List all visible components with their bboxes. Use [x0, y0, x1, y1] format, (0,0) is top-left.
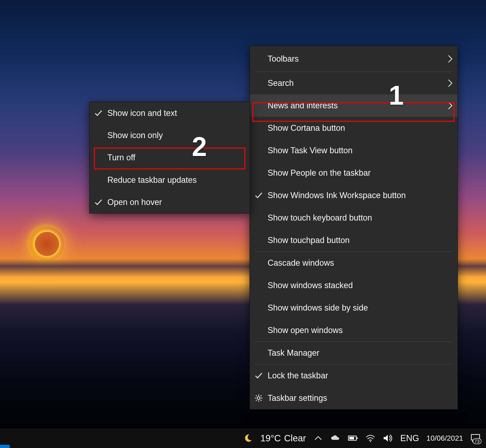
svg-rect-10: [357, 437, 358, 439]
menu-label: Toolbars: [268, 54, 451, 64]
menu-item-toolbars[interactable]: Toolbars: [250, 46, 458, 72]
menu-item-cortana[interactable]: Show Cortana button: [250, 117, 458, 139]
battery-icon[interactable]: [348, 433, 358, 443]
menu-item-taskmgr[interactable]: Task Manager: [250, 342, 458, 364]
start-button-hint[interactable]: [0, 445, 10, 448]
system-tray: 19°C Clear ENG 10/06/2021 73: [243, 428, 486, 448]
weather-condition: Clear: [284, 433, 306, 443]
menu-label: Show People on the taskbar: [268, 168, 451, 178]
menu-item-taskview[interactable]: Show Task View button: [250, 139, 458, 162]
gear-icon: [254, 393, 264, 403]
menu-label: News and interests: [268, 101, 451, 110]
menu-label: Show open windows: [268, 326, 451, 335]
chevron-right-icon: [448, 55, 453, 63]
svg-rect-11: [349, 437, 354, 439]
language-indicator[interactable]: ENG: [400, 433, 419, 443]
annotation-number-1: 1: [389, 80, 404, 111]
menu-label: Show touchpad button: [268, 235, 451, 245]
taskbar-date[interactable]: 10/06/2021: [426, 434, 463, 442]
check-icon: [94, 108, 103, 118]
menu-label: Open on hover: [107, 197, 243, 207]
menu-label: Show windows side by side: [268, 303, 451, 313]
menu-label: Search: [268, 78, 451, 88]
chevron-right-icon: [448, 102, 453, 110]
check-icon: [254, 191, 264, 200]
check-icon: [254, 371, 264, 380]
submenu-item-reduce-updates[interactable]: Reduce taskbar updates: [89, 169, 250, 191]
tray-chevron-up-icon[interactable]: [313, 433, 323, 443]
weather-temperature: 19°C: [260, 433, 281, 443]
menu-label: Task Manager: [268, 348, 451, 358]
taskbar[interactable]: 19°C Clear ENG 10/06/2021 73: [0, 428, 486, 448]
submenu-item-open-hover[interactable]: Open on hover: [89, 191, 250, 213]
taskbar-context-menu: Toolbars Search News and interests Show …: [250, 46, 458, 409]
onedrive-icon[interactable]: [330, 433, 341, 443]
menu-item-taskbar-settings[interactable]: Taskbar settings: [250, 387, 458, 409]
menu-item-news-interests[interactable]: News and interests: [250, 94, 458, 117]
svg-point-0: [257, 397, 260, 400]
weather-widget[interactable]: 19°C Clear: [260, 433, 306, 443]
menu-label: Show Windows Ink Workspace button: [268, 191, 451, 200]
menu-item-people[interactable]: Show People on the taskbar: [250, 162, 458, 184]
chevron-right-icon: [448, 79, 453, 87]
menu-item-touchkb[interactable]: Show touch keyboard button: [250, 207, 458, 229]
submenu-item-icon-only[interactable]: Show icon only: [89, 124, 250, 146]
svg-line-6: [260, 400, 261, 401]
menu-item-ink[interactable]: Show Windows Ink Workspace button: [250, 184, 458, 207]
weather-icon[interactable]: [243, 433, 253, 443]
menu-item-sidebyside[interactable]: Show windows side by side: [250, 296, 458, 319]
menu-label: Reduce taskbar updates: [107, 175, 243, 185]
menu-label: Show touch keyboard button: [268, 213, 451, 223]
menu-item-touchpad[interactable]: Show touchpad button: [250, 229, 458, 251]
wallpaper-sun-shadow: [35, 232, 59, 256]
menu-label: Show icon and text: [107, 108, 243, 118]
notification-count: 73: [473, 438, 481, 444]
check-icon: [94, 197, 103, 207]
menu-item-openwin[interactable]: Show open windows: [250, 319, 458, 342]
menu-item-stacked[interactable]: Show windows stacked: [250, 274, 458, 296]
menu-label: Show windows stacked: [268, 280, 451, 290]
submenu-item-icon-text[interactable]: Show icon and text: [89, 102, 250, 124]
menu-label: Show icon only: [107, 131, 243, 140]
annotation-number-2: 2: [192, 131, 207, 162]
menu-item-cascade[interactable]: Cascade windows: [250, 252, 458, 274]
menu-label: Cascade windows: [268, 258, 451, 268]
news-interests-submenu: Show icon and text Show icon only Turn o…: [89, 102, 250, 214]
svg-line-7: [260, 395, 261, 396]
menu-label: Show Task View button: [268, 146, 451, 155]
volume-icon[interactable]: [383, 433, 393, 443]
menu-item-search[interactable]: Search: [250, 72, 458, 94]
submenu-item-turn-off[interactable]: Turn off: [89, 146, 250, 168]
menu-item-lock-taskbar[interactable]: Lock the taskbar: [250, 364, 458, 387]
menu-label: Taskbar settings: [268, 393, 451, 403]
svg-line-8: [256, 400, 257, 401]
wifi-icon[interactable]: [365, 433, 376, 443]
svg-point-12: [370, 441, 371, 442]
svg-line-5: [256, 395, 257, 396]
action-center-icon[interactable]: 73: [470, 433, 480, 443]
menu-label: Turn off: [107, 153, 243, 162]
menu-label: Lock the taskbar: [268, 371, 451, 380]
menu-label: Show Cortana button: [268, 123, 451, 133]
